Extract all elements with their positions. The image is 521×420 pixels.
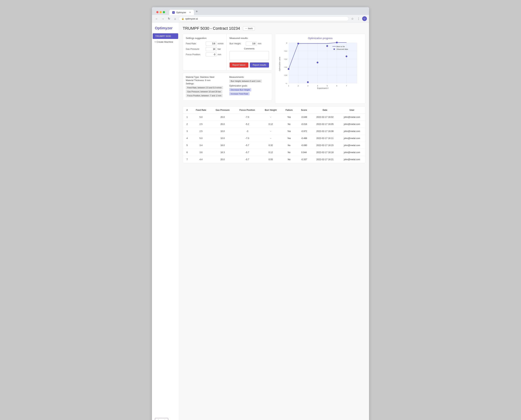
main-content: TRUMPF 5030 - Contract 10234 ← back Sett… — [179, 22, 369, 420]
measurements-label: Measurements: — [229, 76, 269, 78]
col-header-burr-height: Burr Height — [260, 107, 281, 114]
svg-text:Experiment #: Experiment # — [317, 87, 329, 89]
comments-textarea[interactable] — [230, 51, 269, 60]
table-cell-7: 2022-02-17 16:15 — [311, 142, 339, 149]
traffic-light-green[interactable] — [163, 11, 165, 13]
table-cell-0: 1 — [183, 114, 191, 121]
feed-rate-input[interactable] — [206, 42, 217, 46]
observed-dot-3 — [307, 81, 309, 83]
table-cell-5: Yes — [281, 135, 297, 142]
menu-button[interactable]: ⋮ — [356, 16, 361, 21]
gas-pressure-input[interactable] — [206, 47, 217, 51]
table-cell-5: Yes — [281, 114, 297, 121]
table-cell-1: 2.5 — [191, 128, 211, 135]
table-cell-8: john@metal.com — [339, 121, 365, 128]
new-tab-button[interactable]: + — [194, 9, 200, 14]
table-cell-4: - — [260, 114, 281, 121]
nav-back-button[interactable]: ← — [154, 16, 159, 21]
col-header-failure: Failure — [281, 107, 297, 114]
traffic-light-red[interactable] — [156, 11, 158, 13]
col-header-num: # — [183, 107, 191, 114]
sidebar-create-machine[interactable]: + Create Machine — [152, 39, 179, 45]
bookmark-button[interactable]: ☆ — [350, 16, 355, 21]
report-results-button[interactable]: Report results — [250, 62, 269, 68]
table-cell-5: No — [281, 156, 297, 163]
svg-text:6: 6 — [337, 85, 338, 87]
svg-text:3: 3 — [308, 85, 308, 87]
report-failure-button[interactable]: Report failure — [230, 62, 248, 68]
feed-rate-label: Feed Rate: — [186, 42, 206, 45]
settings-title: Settings suggestion: — [186, 37, 224, 39]
table-cell-2: 16.0 — [211, 142, 235, 149]
table-cell-0: 2 — [183, 121, 191, 128]
table-cell-3: -5.7 — [235, 149, 260, 156]
material-thickness: Material Thickness: 8 mm — [186, 79, 226, 82]
observed-dot-2 — [297, 43, 299, 45]
table-cell-8: john@metal.com — [339, 135, 365, 142]
burr-height-input[interactable] — [246, 42, 257, 46]
col-header-focus-position: Focus Position — [235, 107, 260, 114]
table-cell-0: 3 — [183, 128, 191, 135]
logout-button[interactable]: Logout — [155, 418, 168, 420]
svg-text:−0.4: −0.4 — [284, 58, 287, 60]
table-cell-4: 0.32 — [260, 142, 281, 149]
svg-text:−0.8: −0.8 — [284, 74, 287, 76]
sidebar-item-machine[interactable]: TRUMPF 5030 — [153, 33, 178, 39]
observed-dot-4 — [317, 61, 319, 63]
user-avatar[interactable]: U — [362, 16, 367, 21]
table-cell-1: 3.6 — [191, 149, 211, 156]
nav-forward-button[interactable]: → — [160, 16, 165, 21]
table-cell-8: john@metal.com — [339, 128, 365, 135]
optimization-chart: 0 −0.2 −0.4 −0.6 −0.8 −1 1 2 3 4 5 — [278, 41, 362, 90]
experiments-table-card: # Feed Rate Gas Pressure Focus Position … — [183, 106, 365, 163]
table-row: 53.416.0-5.70.32No-0.0802022-02-17 16:15… — [183, 142, 365, 149]
col-header-score: Score — [297, 107, 311, 114]
table-cell-5: No — [281, 149, 297, 156]
address-bar[interactable]: 🔒 optimyzer.ai — [179, 16, 349, 21]
setting-tag-3: Focus Position, between -7 and -2 mm — [186, 94, 223, 97]
table-cell-3: -5.2 — [235, 121, 260, 128]
info-card: Material Type: Stainless Steel Material … — [183, 73, 272, 101]
material-type: Material Type: Stainless Steel — [186, 76, 226, 78]
traffic-light-yellow[interactable] — [160, 11, 162, 13]
table-cell-4: - — [260, 128, 281, 135]
legend-observed-label: Observed data — [337, 48, 348, 50]
table-cell-1: 4.4 — [191, 156, 211, 163]
feed-rate-unit: m/min — [218, 42, 224, 45]
table-cell-4: 0.55 — [260, 156, 281, 163]
page-header: TRUMPF 5030 - Contract 10234 ← back — [183, 26, 365, 31]
measured-title: Measured results: — [230, 37, 269, 39]
svg-text:5: 5 — [327, 85, 328, 87]
table-cell-7: 2022-02-17 16:11 — [311, 135, 339, 142]
burr-height-label: Burr Height: — [230, 42, 246, 45]
goal-tag-2: Increase Feed Rate — [229, 92, 250, 95]
table-cell-0: 5 — [183, 142, 191, 149]
gas-pressure-row: Gas Pressure: bar — [186, 47, 224, 51]
nav-refresh-button[interactable]: ↻ — [166, 16, 171, 21]
col-header-feed-rate: Feed Rate — [191, 107, 211, 114]
tab-close-button[interactable]: ✕ — [189, 11, 191, 14]
nav-home-button[interactable]: ⌂ — [173, 16, 178, 21]
chart-card: Optimization progress — [275, 34, 365, 104]
browser-tab[interactable]: O Optimyzer ✕ — [169, 10, 194, 15]
page-title: TRUMPF 5030 - Contract 10234 — [183, 26, 240, 31]
table-row: 74.420.0-5.70.55No-0.3372022-02-17 16:21… — [183, 156, 365, 163]
table-row: 22.520.0-5.20.12No-0.0162022-02-17 16:05… — [183, 121, 365, 128]
svg-text:−0.2: −0.2 — [284, 50, 287, 52]
table-cell-6: -0.016 — [297, 121, 311, 128]
table-cell-7: 2022-02-17 16:21 — [311, 156, 339, 163]
svg-text:Optimization value: Optimization value — [279, 57, 281, 71]
table-cell-8: john@metal.com — [339, 156, 365, 163]
settings-label: Settings: — [186, 82, 226, 85]
table-cell-8: john@metal.com — [339, 114, 365, 121]
table-cell-5: Yes — [281, 128, 297, 135]
table-cell-6: -0.649 — [297, 114, 311, 121]
focus-position-input[interactable] — [206, 52, 217, 56]
experiments-table: # Feed Rate Gas Pressure Focus Position … — [183, 107, 365, 163]
back-button[interactable]: ← back — [243, 26, 255, 30]
table-cell-6: -0.080 — [297, 142, 311, 149]
table-cell-7: 2022-02-17 16:18 — [311, 149, 339, 156]
table-cell-8: john@metal.com — [339, 142, 365, 149]
url-text: optimyzer.ai — [185, 17, 198, 20]
table-cell-3: -7.0 — [235, 135, 260, 142]
